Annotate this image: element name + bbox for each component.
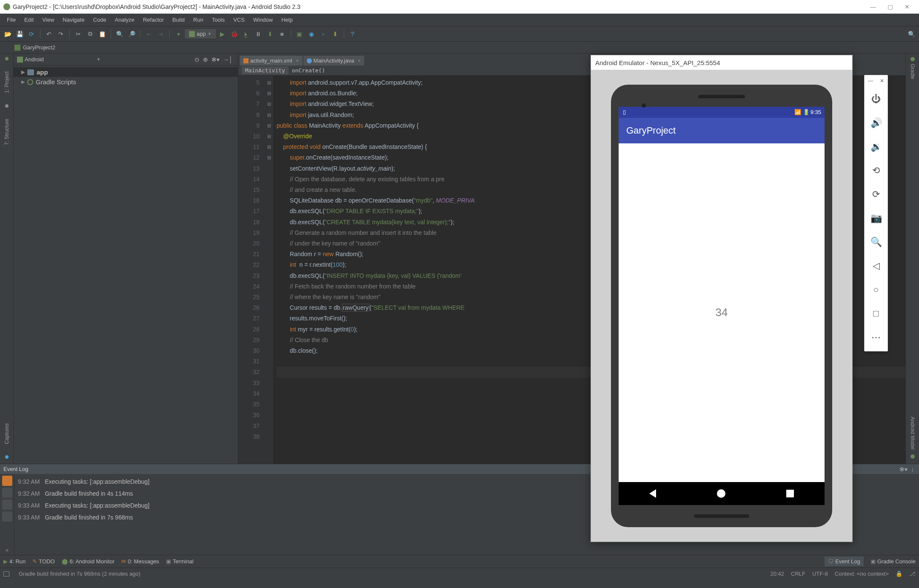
tool-icon[interactable] <box>2 500 12 510</box>
close-tab-icon[interactable]: × <box>357 57 361 64</box>
paste-icon[interactable]: 📋 <box>97 29 107 39</box>
tool-gradle[interactable]: Gradle <box>909 61 916 82</box>
tab-activity-main[interactable]: activity_main.xml × <box>240 56 303 66</box>
maximize-button[interactable]: ▢ <box>882 3 899 10</box>
cut-icon[interactable]: ✂ <box>73 29 83 39</box>
find-icon[interactable]: 🔍 <box>114 29 125 39</box>
tool-icon[interactable] <box>2 488 12 498</box>
tool-gradle-console[interactable]: ▣Gradle Console <box>870 558 916 565</box>
tool-terminal[interactable]: ▣Terminal <box>166 558 194 565</box>
nav-breadcrumb: GaryProject2 <box>0 42 919 54</box>
undo-icon[interactable]: ↶ <box>44 29 54 39</box>
status-encoding[interactable]: UTF-8 <box>812 571 828 577</box>
open-icon[interactable]: 📂 <box>3 29 13 39</box>
menu-build[interactable]: Build <box>168 17 189 23</box>
crumb-method[interactable]: onCreate() <box>288 66 328 74</box>
profile-icon[interactable]: ⏵̤ <box>241 29 251 39</box>
menu-edit[interactable]: Edit <box>20 17 38 23</box>
close-button[interactable]: ✕ <box>899 3 916 10</box>
status-bar: Gradle build finished in 7s 968ms (2 min… <box>0 568 919 579</box>
tool-captures[interactable]: Captures <box>3 421 11 447</box>
hide-icon[interactable]: →│ <box>223 56 233 63</box>
collapse-icon[interactable]: ⊙ <box>194 56 200 63</box>
collapse-icon[interactable]: » <box>6 547 9 553</box>
nav-back-icon[interactable] <box>649 489 656 498</box>
stop-icon[interactable]: ■ <box>277 29 287 39</box>
indicator-icon <box>910 454 915 459</box>
menu-code[interactable]: Code <box>89 17 111 23</box>
label: 6: Android Monitor <box>70 558 115 565</box>
tool-android-model[interactable]: Android Model <box>909 414 916 452</box>
debug-icon[interactable]: 🐞 <box>229 29 240 39</box>
tree-item-app[interactable]: ▶ app <box>14 67 238 77</box>
tool-android-monitor[interactable]: ⬤6: Android Monitor <box>62 558 115 565</box>
avd-icon[interactable]: ◉ <box>306 29 317 39</box>
menu-navigate[interactable]: Navigate <box>58 17 88 23</box>
attach-icon[interactable]: ⏸ <box>253 29 263 39</box>
label: TODO <box>39 558 54 565</box>
label: 4: Run <box>9 558 26 565</box>
tab-main-activity[interactable]: MainActivity.java × <box>303 56 364 66</box>
copy-icon[interactable]: ⧉ <box>85 29 95 39</box>
help-icon[interactable]: ? <box>348 29 358 39</box>
label: Event Log <box>835 558 860 565</box>
run-icon[interactable]: ▶ <box>217 29 228 39</box>
status-crlf[interactable]: CRLF <box>791 571 805 577</box>
tool-todo[interactable]: ✎TODO <box>32 558 54 565</box>
settings-icon[interactable]: ✻▾ <box>899 466 908 473</box>
menu-vcs[interactable]: VCS <box>229 17 249 23</box>
nav-home-icon[interactable] <box>717 489 725 498</box>
menu-window[interactable]: Window <box>249 17 277 23</box>
line-numbers: 5678910111213141516171819202122232425262… <box>238 76 265 464</box>
menu-help[interactable]: Help <box>277 17 297 23</box>
status-context[interactable]: Context: <no context> <box>835 571 889 577</box>
redo-icon[interactable]: ↷ <box>56 29 66 39</box>
make-icon[interactable]: ▾ <box>173 29 183 39</box>
tool-messages[interactable]: ✉0: Messages <box>121 558 159 565</box>
search-icon[interactable]: 🔍 <box>906 29 916 39</box>
sync-icon[interactable]: ⟳ <box>26 29 37 39</box>
project-tree[interactable]: ▶ app ▶ Gradle Scripts <box>14 66 238 464</box>
tool-icon[interactable] <box>2 511 12 522</box>
back-icon[interactable]: ← <box>144 29 154 39</box>
menu-analyze[interactable]: Analyze <box>111 17 139 23</box>
minimize-button[interactable]: — <box>865 3 882 10</box>
download-icon[interactable]: ⬇ <box>330 29 340 39</box>
menu-file[interactable]: File <box>3 17 20 23</box>
forward-icon[interactable]: → <box>156 29 166 39</box>
android-icon <box>17 57 23 63</box>
tab-label: MainActivity.java <box>314 57 354 64</box>
menu-run[interactable]: Run <box>189 17 208 23</box>
sdk-icon[interactable]: ▫ <box>318 29 328 39</box>
breadcrumb-root[interactable]: GaryProject2 <box>23 44 55 51</box>
close-tab-icon[interactable]: × <box>296 57 299 64</box>
save-icon[interactable]: 💾 <box>14 29 25 39</box>
tool-project[interactable]: 1: Project <box>3 69 11 96</box>
indicator-icon <box>5 57 9 60</box>
project-view-selector[interactable]: Android ▼ <box>17 56 101 63</box>
statusbar-icon[interactable] <box>3 571 9 577</box>
crumb-class[interactable]: MainActivity <box>242 66 288 74</box>
settings-icon[interactable]: ✻▾ <box>211 56 220 63</box>
replace-icon[interactable]: 🔎 <box>126 29 137 39</box>
menu-view[interactable]: View <box>38 17 58 23</box>
lock-icon[interactable]: 🔒 <box>896 571 902 577</box>
hide-icon[interactable]: ↓ <box>911 466 914 473</box>
tool-event-log[interactable]: 🗨Event Log <box>825 557 864 566</box>
tool-run[interactable]: ▶4: Run <box>3 558 26 565</box>
tree-item-gradle[interactable]: ▶ Gradle Scripts <box>14 77 238 87</box>
scroll-to-icon[interactable]: ⊕ <box>203 56 208 63</box>
run-config-selector[interactable]: app ▼ <box>185 29 216 38</box>
tool-structure[interactable]: 7: Structure <box>3 116 11 148</box>
menu-refactor[interactable]: Refactor <box>139 17 168 23</box>
info-icon[interactable] <box>2 476 12 486</box>
fold-gutter[interactable]: ⊟ ⊟ ⊟ ⊟⊟ ⊟ ⊟⊟ <box>265 76 273 464</box>
layout-inspector-icon[interactable]: ▣ <box>294 29 305 39</box>
menu-tools[interactable]: Tools <box>208 17 229 23</box>
nav-recent-icon[interactable] <box>786 490 794 497</box>
expand-icon[interactable]: ▶ <box>21 69 25 75</box>
expand-icon[interactable]: ▶ <box>21 79 25 85</box>
deploy-icon[interactable]: ⬇ <box>265 29 275 39</box>
event-log-toolbar: » <box>0 474 14 555</box>
git-icon[interactable]: ⎇ <box>909 571 916 577</box>
